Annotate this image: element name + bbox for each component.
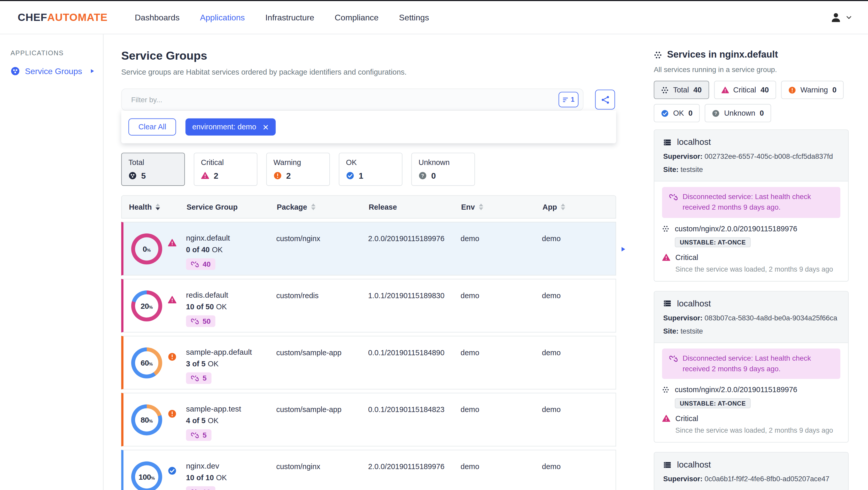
card-supervisor-line: Supervisor: 083b07ca-5830-4a8d-be0a-9034… [663, 314, 839, 322]
nav-item-applications[interactable]: Applications [200, 13, 245, 22]
stat-label: Unknown [418, 158, 474, 166]
badge-label: Critical [733, 86, 756, 94]
service-group-cell: sample-app.test 4 of 5OK 5 [186, 393, 276, 446]
sort-arrows-icon [561, 204, 565, 210]
package-identifier: custom/nginx/2.0.0/20190115189976 [675, 224, 797, 233]
services-panel: Services in nginx.default All services r… [654, 34, 848, 490]
expand-arrow-icon[interactable] [89, 68, 95, 74]
disconnected-count: 40 [203, 260, 211, 268]
percent-sign: % [149, 361, 153, 366]
app-cell: demo [542, 450, 616, 490]
stat-card[interactable]: Warning 2 [266, 153, 330, 186]
nav-item-settings[interactable]: Settings [399, 13, 429, 22]
stat-card[interactable]: Unknown 0 [411, 153, 475, 186]
health-percent: 80 [141, 415, 149, 424]
ok-icon [346, 171, 354, 180]
share-icon [600, 95, 610, 104]
column-health[interactable]: Health [129, 203, 187, 211]
broken-link-icon [191, 260, 199, 268]
row-detail-arrow[interactable] [619, 246, 627, 253]
table-row[interactable]: 20% redis.default 10 of 50OK 50 custom/r… [121, 279, 616, 332]
status-filter-badge[interactable]: Critical 40 [714, 81, 776, 99]
since-text: Since the service was loaded, 2 months 9… [675, 265, 840, 273]
main-content: Service Groups Service groups are Habita… [121, 34, 616, 490]
column-release[interactable]: Release [369, 203, 461, 211]
table-row[interactable]: 100% nginx.dev 10 of 10OK 10 custom/ngin… [121, 450, 616, 490]
logo[interactable]: CHEFAUTOMATE [18, 11, 108, 24]
update-strategy-badge: UNSTABLE: AT-ONCE [675, 237, 751, 247]
stat-card[interactable]: Total 5 [121, 153, 185, 186]
sidebar: APPLICATIONS Service Groups [0, 34, 103, 490]
percent-sign: % [149, 305, 153, 309]
column-env[interactable]: Env [461, 203, 542, 211]
stat-value: 1 [359, 171, 364, 180]
filter-count-button[interactable]: 1 [559, 92, 579, 107]
health-cell: 0% [128, 222, 186, 275]
logo-chef: CHEF [18, 11, 47, 23]
package-cell: custom/nginx [276, 450, 368, 490]
broken-link-icon [669, 193, 678, 201]
sidebar-item-service-groups[interactable]: Service Groups [10, 66, 103, 76]
clear-all-button[interactable]: Clear All [128, 119, 176, 135]
env-cell: demo [461, 222, 542, 275]
status-filter-badge[interactable]: Warning 0 [781, 81, 844, 99]
stat-card[interactable]: OK 1 [339, 153, 402, 186]
share-button[interactable] [595, 90, 615, 109]
env-cell: demo [461, 279, 542, 332]
filter-chip[interactable]: environment: demo [185, 119, 275, 135]
health-donut: 80% [131, 404, 162, 435]
status-filter-badge[interactable]: OK 0 [654, 104, 700, 122]
filter-input[interactable] [130, 95, 559, 104]
table-header: Health Service Group Package Release Env… [121, 195, 616, 219]
nav-item-dashboards[interactable]: Dashboards [135, 13, 180, 22]
card-site-line: Site: testsite [663, 327, 839, 335]
critical-icon [662, 415, 671, 423]
host-name: localhost [677, 298, 711, 308]
stat-value: 2 [286, 171, 291, 180]
ok-count: 4 of 5OK [186, 417, 276, 425]
update-strategy-badge: UNSTABLE: AT-ONCE [675, 399, 751, 409]
server-icon [663, 461, 672, 469]
disconnected-badge: 10 [186, 486, 216, 490]
nav-item-compliance[interactable]: Compliance [335, 13, 379, 22]
nav-item-infrastructure[interactable]: Infrastructure [265, 13, 314, 22]
badge-value: 40 [761, 86, 769, 94]
service-group-cell: nginx.dev 10 of 10OK 10 [186, 450, 276, 490]
table-body: 0% nginx.default 0 of 40OK 40 custom/ngi… [121, 222, 616, 490]
host-name: localhost [677, 460, 711, 470]
status-filter-badge[interactable]: Total 40 [654, 81, 709, 99]
badge-label: Total [673, 86, 689, 94]
service-card: localhost Supervisor: 002732ee-6557-405c… [654, 129, 848, 282]
status-filter-badge[interactable]: Unknown 0 [705, 104, 771, 122]
table-row[interactable]: 0% nginx.default 0 of 40OK 40 custom/ngi… [121, 222, 616, 275]
stats-row: Total 5 Critical 2 Warning 2 OK 1 Unknow… [121, 153, 616, 186]
health-cell: 80% [128, 393, 186, 446]
column-service-group[interactable]: Service Group [187, 203, 277, 211]
filter-bar[interactable]: 1 [121, 89, 583, 111]
user-menu-button[interactable] [830, 11, 852, 24]
env-cell: demo [461, 450, 542, 490]
app-cell: demo [542, 393, 616, 446]
stat-card[interactable]: Critical 2 [194, 153, 257, 186]
column-app[interactable]: App [542, 203, 616, 211]
column-package[interactable]: Package [277, 203, 369, 211]
app-cell: demo [542, 222, 616, 275]
nav-menu: Dashboards Applications Infrastructure C… [135, 13, 429, 22]
badge-value: 0 [832, 86, 836, 94]
badge-label: Warning [800, 86, 828, 94]
health-donut: 0% [131, 233, 162, 264]
table-row[interactable]: 80% sample-app.test 4 of 5OK 5 custom/sa… [121, 393, 616, 446]
supervisor-id: 002732ee-6557-405c-b008-cfcf5da837fd [705, 152, 833, 160]
logo-automate: AUTOMATE [47, 11, 108, 23]
disconnected-alert: Disconnected service: Last health check … [662, 187, 840, 218]
service-cards: localhost Supervisor: 002732ee-6557-405c… [654, 129, 848, 490]
page-title: Service Groups [121, 49, 616, 63]
service-card: localhost Supervisor: 0c0a6b1f-f9f2-4fe6… [654, 452, 848, 490]
health-percent: 100 [138, 472, 151, 481]
sort-arrows-icon [479, 204, 483, 210]
table-row[interactable]: 60% sample-app.default 3 of 5OK 5 custom… [121, 336, 616, 390]
supervisor-id: 083b07ca-5830-4a8d-be0a-9034a25f66ca [705, 314, 837, 322]
close-icon[interactable] [262, 124, 269, 130]
service-group-cell: redis.default 10 of 50OK 50 [186, 279, 276, 332]
disconnected-count: 10 [203, 488, 211, 490]
